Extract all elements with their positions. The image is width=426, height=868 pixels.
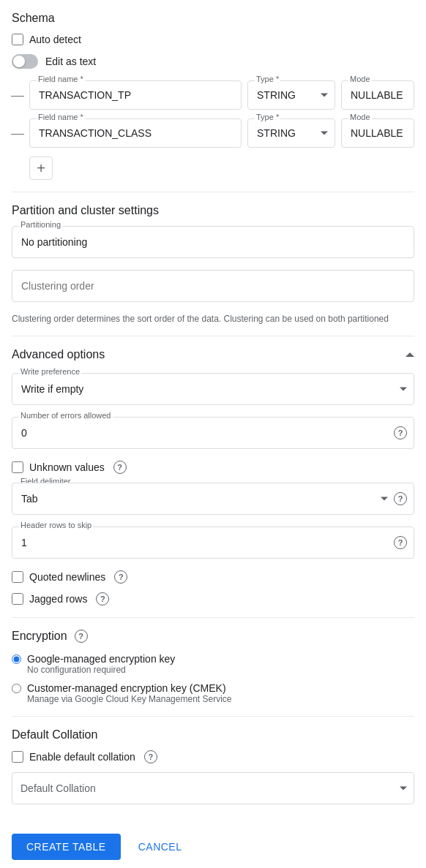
quoted-newlines-row: Quoted newlines ? <box>12 570 414 584</box>
clustering-help: Clustering order determines the sort ord… <box>12 314 414 324</box>
advanced-section-header: Advanced options <box>12 348 414 361</box>
edit-as-text-label: Edit as text <box>45 56 96 67</box>
clustering-input[interactable] <box>12 270 414 302</box>
errors-input[interactable] <box>12 417 414 449</box>
encryption-option2-row: Customer-managed encryption key (CMEK) M… <box>12 682 414 704</box>
write-pref-wrap: Write preference Write if empty <box>12 373 414 405</box>
divider-3 <box>12 617 414 618</box>
field-row-2: — Field name * Type * STRING Mode NULLAB… <box>12 118 414 148</box>
write-pref-select[interactable]: Write if empty <box>12 373 414 405</box>
encryption-header: Encryption ? <box>12 630 414 643</box>
field-name-label-1: Field name * <box>37 75 85 83</box>
auto-detect-label: Auto detect <box>29 34 81 45</box>
mode-value-1: NULLABLE <box>341 80 414 110</box>
encryption-radio-2[interactable] <box>12 684 21 693</box>
divider-4 <box>12 716 414 717</box>
partition-title: Partition and cluster settings <box>12 204 414 217</box>
enable-collation-checkbox[interactable] <box>12 751 23 763</box>
header-rows-label: Header rows to skip <box>19 521 93 529</box>
divider-2 <box>12 336 414 336</box>
mode-value-2: NULLABLE <box>341 118 414 148</box>
type-label-2: Type * <box>255 113 280 121</box>
bottom-bar: CREATE TABLE CANCEL <box>0 816 426 868</box>
header-rows-wrap: Header rows to skip ? <box>12 527 414 559</box>
unknown-values-checkbox[interactable] <box>12 461 23 473</box>
unknown-values-row: Unknown values ? <box>12 461 414 474</box>
errors-label: Number of errors allowed <box>19 411 113 420</box>
field-name-input-1[interactable] <box>29 80 242 110</box>
divider-1 <box>12 192 414 192</box>
schema-title: Schema <box>12 12 414 25</box>
encryption-option1-label: Google-managed encryption key <box>27 653 175 665</box>
auto-detect-checkbox[interactable] <box>12 34 23 45</box>
type-select-2[interactable]: STRING <box>247 118 335 148</box>
field-drag-handle-2: — <box>12 126 23 141</box>
edit-as-text-toggle[interactable] <box>12 54 38 69</box>
enable-collation-help-icon[interactable]: ? <box>144 750 157 763</box>
field-delimiter-help-icon[interactable]: ? <box>394 492 407 505</box>
clustering-wrap <box>12 270 414 302</box>
encryption-option1-sub: No configuration required <box>27 665 175 675</box>
advanced-title: Advanced options <box>12 348 105 361</box>
quoted-newlines-checkbox[interactable] <box>12 571 23 583</box>
unknown-values-label: Unknown values <box>29 461 105 473</box>
field-delimiter-wrap: Field delimiter Tab ? <box>12 483 414 515</box>
collation-dropdown-wrap: Default Collation <box>12 772 414 804</box>
encryption-option1-row: Google-managed encryption key No configu… <box>12 653 414 675</box>
errors-help-icon[interactable]: ? <box>394 426 407 439</box>
field-drag-handle-1: — <box>12 88 23 103</box>
cancel-button[interactable]: CANCEL <box>132 834 188 860</box>
header-rows-input[interactable] <box>12 527 414 559</box>
type-label-1: Type * <box>255 75 280 83</box>
write-pref-label: Write preference <box>19 367 81 376</box>
type-select-1[interactable]: STRING <box>247 80 335 110</box>
add-field-button[interactable]: + <box>29 156 53 180</box>
jagged-rows-checkbox[interactable] <box>12 593 23 605</box>
enable-collation-row: Enable default collation ? <box>12 750 414 763</box>
auto-detect-row: Auto detect <box>12 34 414 45</box>
collation-title: Default Collation <box>12 728 414 741</box>
jagged-rows-row: Jagged rows ? <box>12 592 414 605</box>
collation-select[interactable] <box>12 772 414 804</box>
field-name-label-2: Field name * <box>37 113 85 121</box>
mode-label-1: Mode <box>348 75 372 83</box>
mode-label-2: Mode <box>348 113 372 121</box>
header-rows-help-icon[interactable]: ? <box>394 536 407 549</box>
add-icon: + <box>37 160 45 177</box>
encryption-title: Encryption <box>12 630 67 643</box>
enable-collation-label: Enable default collation <box>29 751 135 763</box>
partitioning-wrap: Partitioning <box>12 226 414 258</box>
partitioning-input[interactable] <box>12 226 414 258</box>
encryption-help-icon[interactable]: ? <box>75 630 88 643</box>
encryption-option2-label: Customer-managed encryption key (CMEK) <box>27 682 232 694</box>
field-row-1: — Field name * Type * STRING Mode NULLAB… <box>12 80 414 110</box>
jagged-rows-label: Jagged rows <box>29 593 87 605</box>
advanced-collapse-icon[interactable] <box>406 352 414 357</box>
quoted-newlines-help-icon[interactable]: ? <box>114 570 127 584</box>
unknown-values-help-icon[interactable]: ? <box>113 461 127 474</box>
partitioning-label: Partitioning <box>19 220 62 229</box>
errors-wrap: Number of errors allowed ? <box>12 417 414 449</box>
create-table-button[interactable]: CREATE TABLE <box>12 834 121 860</box>
encryption-radio-1[interactable] <box>12 654 21 664</box>
field-name-input-2[interactable] <box>29 118 242 148</box>
field-delimiter-select[interactable]: Tab <box>12 483 414 515</box>
edit-as-text-row: Edit as text <box>12 54 414 69</box>
encryption-option2-sub: Manage via Google Cloud Key Management S… <box>27 694 232 704</box>
jagged-rows-help-icon[interactable]: ? <box>96 592 109 605</box>
quoted-newlines-label: Quoted newlines <box>29 571 105 583</box>
